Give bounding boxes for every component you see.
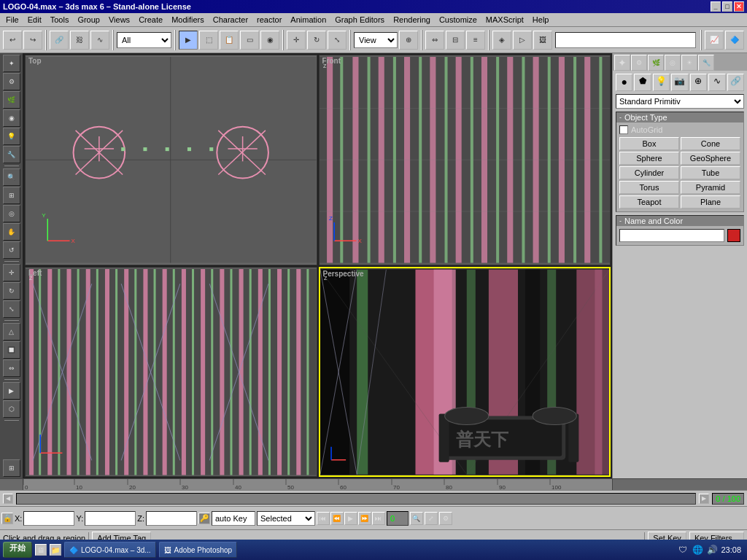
name-color-collapse[interactable]: -: [619, 217, 622, 225]
menu-maxscript[interactable]: MAXScript: [481, 14, 528, 26]
create-panel-btn[interactable]: ✦: [3, 55, 20, 72]
quick-render-button[interactable]: ▷: [513, 31, 532, 50]
selection-filter-dropdown[interactable]: All Geometry Shapes: [117, 32, 171, 48]
play-button[interactable]: ▶: [344, 512, 357, 525]
menu-create[interactable]: Create: [134, 14, 167, 26]
timeline-scroll-right[interactable]: ▶: [699, 494, 709, 504]
quicklaunch-icon-2[interactable]: 📁: [50, 544, 61, 556]
create-tab[interactable]: ✦: [614, 55, 630, 71]
selected-dropdown[interactable]: Selected: [257, 511, 315, 526]
menu-tools[interactable]: Tools: [46, 14, 74, 26]
color-swatch[interactable]: [727, 229, 740, 242]
min-max-toggle[interactable]: ⊞: [3, 459, 20, 477]
select-region-button[interactable]: ⬚: [199, 31, 218, 50]
taskbar-item-3dsmax[interactable]: 🔷 LOGO-04.max – 3d...: [64, 542, 156, 558]
goto-end-button[interactable]: ⏭: [372, 512, 385, 525]
shapes-icon-btn[interactable]: ⬟: [634, 74, 651, 91]
menu-group[interactable]: Group: [73, 14, 104, 26]
autogrid-checkbox[interactable]: [619, 125, 628, 134]
perspective-viewport[interactable]: Perspective: [319, 267, 611, 478]
menu-graph-editors[interactable]: Graph Editors: [330, 14, 389, 26]
redo-button[interactable]: ↪: [23, 31, 42, 50]
render-scene-button[interactable]: ◈: [492, 31, 511, 50]
scale-lt-btn[interactable]: ⤡: [3, 300, 20, 318]
next-frame-button[interactable]: ⏩: [358, 512, 371, 525]
menu-customize[interactable]: Customize: [435, 14, 481, 26]
mirror-lt-btn[interactable]: ⇔: [3, 359, 20, 377]
lights-icon-btn[interactable]: 💡: [653, 74, 670, 91]
torus-button[interactable]: Torus: [619, 181, 679, 194]
taskbar-item-photoshop[interactable]: 🖼 Adobe Photoshop: [159, 542, 238, 558]
layer-manager[interactable]: ≡: [466, 31, 485, 50]
scale-button[interactable]: ⤡: [328, 31, 347, 50]
box-button[interactable]: Box: [619, 137, 679, 150]
window-controls[interactable]: _ □ ✕: [711, 1, 744, 12]
menu-modifiers[interactable]: Modifiers: [167, 14, 209, 26]
timeline-track[interactable]: [16, 493, 696, 505]
use-pivot-point[interactable]: ⊕: [399, 31, 418, 50]
rectangular-selection[interactable]: ▭: [240, 31, 259, 50]
track-bar-zoom[interactable]: ⤢: [425, 512, 438, 525]
sphere-button[interactable]: Sphere: [619, 152, 679, 165]
maximize-button[interactable]: □: [722, 1, 732, 12]
teapot-button[interactable]: Teapot: [619, 195, 679, 209]
display-btn[interactable]: 💡: [3, 128, 20, 145]
menu-help[interactable]: Help: [528, 14, 554, 26]
utilities-btn[interactable]: 🔧: [3, 146, 20, 163]
pan-btn[interactable]: ✋: [3, 223, 20, 241]
z-field[interactable]: [146, 511, 197, 526]
menu-edit[interactable]: Edit: [23, 14, 46, 26]
left-viewport[interactable]: Left: [25, 267, 317, 478]
undo-button[interactable]: ↩: [3, 31, 22, 50]
menu-file[interactable]: File: [1, 14, 23, 26]
front-viewport[interactable]: Front: [319, 55, 611, 265]
zoom-btn[interactable]: 🔍: [3, 168, 20, 186]
modify-tab[interactable]: ⚙: [631, 55, 647, 71]
align-button[interactable]: ⊟: [446, 31, 465, 50]
unlink-button[interactable]: ⛓: [70, 31, 89, 50]
menu-rendering[interactable]: Rendering: [389, 14, 435, 26]
zoom-all-btn[interactable]: ⊞: [3, 187, 20, 204]
quicklaunch-icon-1[interactable]: 🖥: [35, 544, 47, 556]
spacewarps-icon-btn[interactable]: ∿: [708, 74, 725, 91]
pyramid-button[interactable]: Pyramid: [681, 181, 740, 194]
start-button[interactable]: 开始: [3, 542, 32, 558]
goto-start-button[interactable]: ⏮: [317, 512, 330, 525]
mirror-button[interactable]: ⇔: [425, 31, 444, 50]
schematic-view-button[interactable]: 🔷: [725, 31, 744, 50]
auto-key-field[interactable]: auto Key: [212, 511, 255, 526]
y-field[interactable]: [85, 511, 136, 526]
utilities-tab[interactable]: 🔧: [698, 55, 714, 71]
select-link-button[interactable]: 🔗: [50, 31, 69, 50]
helpers-icon-btn[interactable]: ⊕: [690, 74, 707, 91]
menu-reactor[interactable]: reactor: [252, 14, 286, 26]
cone-button[interactable]: Cone: [681, 137, 740, 150]
close-button[interactable]: ✕: [734, 1, 744, 12]
top-viewport[interactable]: Top: [25, 55, 317, 265]
curve-editor-button[interactable]: 📈: [705, 31, 724, 50]
move-button[interactable]: ✛: [287, 31, 306, 50]
geometry-icon-btn[interactable]: ●: [616, 74, 632, 91]
timeline-scroll-left[interactable]: ◀: [3, 494, 13, 504]
tube-button[interactable]: Tube: [681, 166, 740, 179]
hierarchy-btn[interactable]: 🌿: [3, 91, 20, 109]
window-crossing-button[interactable]: ◉: [260, 31, 279, 50]
render-type-button[interactable]: 🖼: [533, 31, 552, 50]
cameras-icon-btn[interactable]: 📷: [671, 74, 688, 91]
shapes-btn[interactable]: △: [3, 323, 20, 341]
primitive-type-dropdown[interactable]: Standard Primitiv: [616, 94, 744, 109]
geosphere-button[interactable]: GeoSphere: [681, 152, 740, 165]
material-editor-btn[interactable]: ⬡: [3, 400, 20, 418]
select-object-button[interactable]: ▶: [179, 31, 198, 50]
reference-coord-dropdown[interactable]: View World Local: [354, 32, 398, 48]
zoom-time-button[interactable]: 🔍: [410, 512, 423, 525]
motion-tab[interactable]: ◎: [665, 55, 681, 71]
rotate-button[interactable]: ↻: [307, 31, 326, 50]
menu-views[interactable]: Views: [104, 14, 134, 26]
lock-button[interactable]: 🔒: [1, 513, 13, 524]
select-move-btn[interactable]: ✛: [3, 264, 20, 281]
x-field[interactable]: [23, 511, 74, 526]
bind-to-space-warp[interactable]: ∿: [90, 31, 109, 50]
modify-panel-btn[interactable]: ⚙: [3, 73, 20, 90]
minimize-button[interactable]: _: [711, 1, 721, 12]
